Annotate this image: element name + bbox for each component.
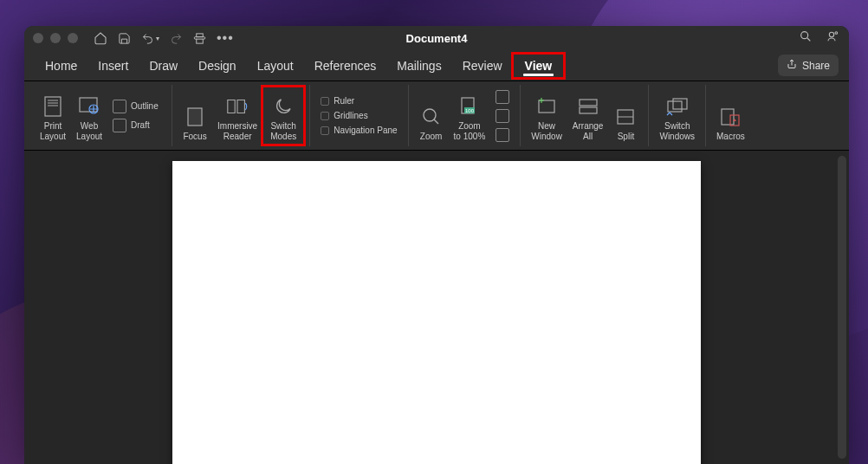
- checkbox-icon: [321, 112, 329, 120]
- label: Split: [618, 132, 634, 142]
- tab-view[interactable]: View: [513, 54, 565, 78]
- print-layout-button[interactable]: Print Layout: [35, 87, 71, 145]
- draft-button[interactable]: Draft: [111, 118, 163, 133]
- svg-text:100: 100: [465, 108, 475, 113]
- split-icon: [613, 105, 638, 129]
- focus-button[interactable]: Focus: [178, 87, 212, 145]
- tab-draw[interactable]: Draw: [139, 54, 188, 78]
- more-icon[interactable]: •••: [217, 30, 234, 46]
- one-page-button[interactable]: [494, 89, 511, 105]
- navigation-pane-checkbox[interactable]: Navigation Pane: [319, 125, 398, 136]
- svg-rect-5: [45, 97, 61, 116]
- account-icon[interactable]: [826, 29, 840, 47]
- multi-page-icon: [496, 109, 509, 123]
- multi-page-button[interactable]: [494, 108, 511, 124]
- save-icon[interactable]: [118, 32, 131, 45]
- page-width-button[interactable]: [494, 127, 511, 143]
- redo-icon[interactable]: [170, 32, 183, 45]
- label: New Window: [531, 121, 562, 141]
- switch-windows-icon: [665, 94, 690, 119]
- web-layout-icon: [77, 94, 101, 119]
- tab-references[interactable]: References: [304, 54, 387, 78]
- label: Draft: [131, 120, 150, 130]
- tab-label: View: [525, 59, 553, 73]
- ruler-checkbox[interactable]: Ruler: [319, 95, 398, 106]
- outline-draft-stack: Outline Draft: [107, 87, 166, 145]
- checkbox-icon: [321, 97, 329, 106]
- svg-rect-22: [673, 99, 687, 109]
- tab-label: Draw: [149, 59, 178, 73]
- tab-insert[interactable]: Insert: [87, 54, 139, 78]
- web-layout-button[interactable]: Web Layout: [71, 87, 107, 145]
- blank-page[interactable]: [172, 161, 701, 464]
- page-width-stack: [490, 87, 515, 145]
- label: Macros: [716, 132, 745, 142]
- tab-home[interactable]: Home: [35, 54, 87, 78]
- magnifier-icon: [419, 105, 444, 129]
- label: Web Layout: [76, 121, 102, 141]
- gridlines-checkbox[interactable]: Gridlines: [319, 110, 398, 121]
- tab-mailings[interactable]: Mailings: [386, 54, 451, 78]
- app-window: ▾ ••• Document4 Home Insert Draw Design …: [24, 26, 849, 464]
- ribbon-group-zoom: Zoom 100 Zoom to 100%: [409, 85, 521, 146]
- home-icon[interactable]: [94, 31, 107, 45]
- share-icon: [787, 59, 797, 72]
- svg-rect-1: [197, 39, 204, 43]
- svg-rect-18: [580, 107, 597, 113]
- share-label: Share: [802, 60, 830, 72]
- new-window-icon: [534, 94, 559, 119]
- label: Switch Windows: [659, 121, 695, 141]
- tab-layout[interactable]: Layout: [247, 54, 304, 78]
- arrange-all-button[interactable]: Arrange All: [567, 87, 609, 145]
- zoom-100-button[interactable]: 100 Zoom to 100%: [449, 87, 491, 145]
- search-icon[interactable]: [799, 29, 813, 47]
- tab-design[interactable]: Design: [188, 54, 247, 78]
- svg-rect-17: [580, 100, 597, 106]
- switch-modes-button[interactable]: Switch Modes: [262, 87, 304, 145]
- tab-label: Layout: [257, 59, 294, 73]
- tab-label: Review: [463, 59, 502, 73]
- tab-label: Mailings: [397, 59, 441, 73]
- switch-windows-button[interactable]: Switch Windows: [654, 87, 700, 145]
- svg-rect-0: [197, 33, 204, 36]
- zoom-button[interactable]: Zoom: [414, 87, 449, 145]
- macros-icon: [718, 105, 742, 129]
- label: Ruler: [334, 96, 354, 106]
- one-page-icon: [496, 90, 509, 104]
- ribbon-group-views: Print Layout Web Layout Outline Draft: [29, 85, 172, 146]
- minimize-window-button[interactable]: [50, 33, 61, 43]
- tab-label: Design: [198, 59, 236, 73]
- draft-icon: [113, 119, 126, 132]
- svg-point-3: [829, 32, 833, 36]
- show-stack: Ruler Gridlines Navigation Pane: [315, 87, 402, 145]
- label: Print Layout: [40, 121, 66, 141]
- macros-button[interactable]: Macros: [711, 87, 750, 145]
- maximize-window-button[interactable]: [68, 33, 78, 43]
- document-area[interactable]: [24, 151, 849, 464]
- label: Immersive Reader: [217, 121, 257, 141]
- titlebar: ▾ ••• Document4: [24, 26, 849, 50]
- vertical-scrollbar[interactable]: [838, 156, 846, 459]
- ribbon-group-window: New Window Arrange All Split: [521, 85, 649, 146]
- undo-icon[interactable]: ▾: [141, 32, 159, 45]
- window-controls: [33, 33, 78, 43]
- share-button[interactable]: Share: [778, 55, 839, 76]
- label: Arrange All: [573, 121, 604, 141]
- svg-point-4: [835, 32, 838, 35]
- tab-label: Insert: [98, 59, 128, 73]
- zoom-100-icon: 100: [457, 94, 482, 119]
- ribbon-group-show: Ruler Gridlines Navigation Pane: [310, 85, 408, 146]
- label: Focus: [183, 132, 206, 142]
- close-window-button[interactable]: [33, 33, 43, 43]
- new-window-button[interactable]: New Window: [526, 87, 567, 145]
- ribbon-group-switch-windows: Switch Windows: [649, 85, 706, 146]
- tab-review[interactable]: Review: [452, 54, 513, 78]
- print-icon[interactable]: [193, 32, 206, 45]
- outline-button[interactable]: Outline: [111, 99, 163, 114]
- immersive-reader-button[interactable]: Immersive Reader: [212, 87, 262, 145]
- split-button[interactable]: Split: [608, 87, 643, 145]
- label: Zoom: [420, 132, 443, 142]
- label: Switch Modes: [270, 121, 296, 141]
- page-width-icon: [496, 128, 509, 142]
- svg-rect-23: [722, 109, 734, 125]
